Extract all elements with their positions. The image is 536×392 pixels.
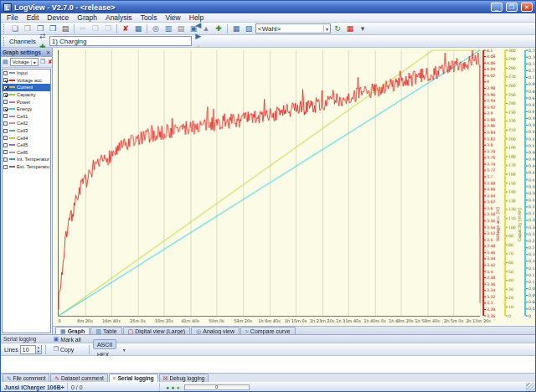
save-all-button[interactable]: ❒ (47, 23, 59, 34)
scale-preset-value: Voltage (13, 59, 29, 64)
channel-checkbox[interactable] (3, 129, 8, 133)
copy-button: ❐ (90, 23, 101, 34)
close-button[interactable]: ✕ (521, 3, 533, 12)
channel-color-swatch (9, 130, 15, 132)
channel-color-swatch (9, 101, 15, 103)
print-button[interactable]: ▤ (59, 23, 71, 34)
file-comment-icon: ✎ (7, 375, 11, 382)
channel-checkbox[interactable] (3, 100, 8, 104)
channel-item-cell3[interactable]: Cell3 (3, 127, 50, 135)
channel-list: InputVoltage acc.CurrentCapacityPowerEne… (2, 69, 51, 333)
channel-checkbox[interactable] (3, 78, 8, 82)
channel-color-swatch (9, 80, 15, 81)
delete-dataset-button[interactable]: ✘ (120, 23, 131, 34)
device-name: Junsi iCharger 106B+ (1, 383, 68, 391)
chart-style-b-button[interactable]: ▧ (243, 23, 255, 34)
lines-spinner[interactable]: 10 ▲▼ (20, 345, 42, 354)
menu-view[interactable]: View (161, 13, 184, 23)
chevron-down-icon: ▾ (323, 26, 328, 32)
channel-item-cell5[interactable]: Cell5 (3, 142, 50, 149)
menu-analysis[interactable]: Analysis (101, 13, 137, 23)
mark-all-button[interactable]: ▣Mark all (49, 334, 85, 344)
channel-color-swatch (9, 166, 15, 168)
channel-checkbox[interactable] (3, 121, 8, 126)
channel-item-cell6[interactable]: Cell6 (3, 149, 50, 157)
graph-settings-title: Graph settings (3, 49, 41, 55)
channel-item-ext-temperature[interactable]: Ext. Temperature (3, 163, 50, 171)
mark-all-icon: ▣ (54, 336, 59, 343)
tab-serial-logging[interactable]: ≡Serial logging (109, 374, 158, 382)
menu-graph[interactable]: Graph (73, 13, 101, 23)
channel-color-swatch (9, 86, 15, 88)
channel-item-capacity[interactable]: Capacity (3, 91, 50, 99)
channel-checkbox[interactable] (3, 85, 8, 90)
channel-checkbox[interactable] (3, 136, 8, 140)
channel-item-cell1[interactable]: Cell1 (3, 113, 50, 121)
channel-item-input[interactable]: Input (3, 70, 50, 77)
tab-file-comment[interactable]: ✎File comment (3, 374, 49, 382)
scale-preset-combo[interactable]: Voltage ▾ (10, 58, 39, 66)
channel-checkbox[interactable] (3, 114, 8, 118)
serial-log-output[interactable] (1, 356, 535, 373)
new-file-button[interactable]: ❏ (9, 23, 21, 34)
tab-debug-logging[interactable]: ☒Debug logging (159, 374, 209, 382)
channel-checkbox[interactable] (3, 71, 8, 75)
add-marker-button[interactable]: ✚ (213, 23, 224, 34)
serial-more-button[interactable]: ▾ (118, 344, 130, 355)
channel-item-power[interactable]: Power (3, 98, 50, 106)
graph-settings-panel: Graph settings ✕ ▤ Voltage ▾ ❒ ✘ InputVo… (1, 48, 53, 334)
menu-device[interactable]: Device (43, 13, 73, 23)
next-dataset-button[interactable]: ▶ (193, 30, 204, 41)
maximize-button[interactable]: ❐ (506, 3, 518, 12)
chart-style-a-button[interactable]: ▦ (230, 23, 242, 34)
table-view-button[interactable]: ▥ (162, 23, 174, 34)
menu-tools[interactable]: Tools (137, 13, 162, 23)
dataset-grid-button[interactable]: ▦ (132, 23, 144, 34)
channel-color-swatch (9, 137, 15, 139)
channel-item-voltage-acc-[interactable]: Voltage acc. (3, 77, 50, 85)
menu-edit[interactable]: Edit (23, 13, 44, 23)
channel-checkbox[interactable] (3, 150, 8, 154)
tab-dataset-comment[interactable]: ✎Dataset comment (50, 374, 107, 382)
channel-item-cell4[interactable]: Cell4 (3, 134, 50, 142)
channel-checkbox[interactable] (3, 143, 8, 147)
prev-dataset-button[interactable]: ◀ (193, 19, 204, 30)
more-tools-button[interactable]: ▾ (357, 23, 368, 34)
minimize-button[interactable]: _ (491, 3, 502, 12)
tab-label: File comment (13, 375, 45, 381)
panel-close-icon[interactable]: ✕ (46, 49, 50, 55)
dataset-selector[interactable]: 1) Charging (49, 36, 192, 46)
curve-settings-icon[interactable]: ▤ (2, 58, 9, 67)
channel-switch-button[interactable]: ⇄ (37, 30, 49, 41)
title-bar[interactable]: L LogView - V2.7.0 - <release> _ ❐ ✕ (1, 1, 535, 13)
chevron-down-icon: ▾ (31, 59, 36, 65)
menu-file[interactable]: File (3, 13, 23, 23)
toolbar-grip[interactable] (3, 24, 7, 34)
status-bar: Junsi iCharger 106B+ 0 / 0 ●●● 0 (1, 382, 535, 391)
channel-checkbox[interactable] (3, 157, 8, 162)
spinner-arrows-icon[interactable]: ▲▼ (35, 345, 41, 353)
chart-canvas[interactable] (53, 48, 535, 326)
channel-item-energy[interactable]: Energy (3, 106, 50, 113)
refresh-button[interactable]: ↻ (332, 23, 343, 34)
channel-checkbox[interactable] (3, 165, 8, 169)
channel-item-current[interactable]: Current (3, 84, 50, 91)
zoom-button[interactable]: ◎ (150, 23, 162, 34)
save-preset-button[interactable]: ❒ (39, 58, 46, 67)
serial-logging-panel: Serial logging Lines 10 ▲▼ ▣Mark all❐Cop… (1, 334, 535, 373)
ascii-toggle[interactable]: ASCII (93, 339, 116, 349)
resize-grip-icon[interactable] (527, 383, 535, 391)
device-profile-combo[interactable]: <Wahl>▾ (255, 23, 331, 34)
channel-checkbox[interactable] (3, 107, 8, 111)
channel-item-int-temperature[interactable]: Int. Temperature (3, 156, 50, 163)
tab-label: Serial logging (118, 375, 154, 381)
open-file-button[interactable]: ❐ (22, 23, 34, 34)
channel-checkbox[interactable] (3, 93, 8, 97)
copy-log-button[interactable]: ❐Copy (49, 344, 85, 354)
lines-value: 10 (21, 347, 35, 353)
analysis-chart-button[interactable]: ▦ (344, 23, 356, 34)
channel-item-cell2[interactable]: Cell2 (3, 120, 50, 127)
channel-color-swatch (9, 144, 15, 146)
channels-grip[interactable] (3, 37, 7, 46)
report-button[interactable]: ▤ (175, 23, 187, 34)
